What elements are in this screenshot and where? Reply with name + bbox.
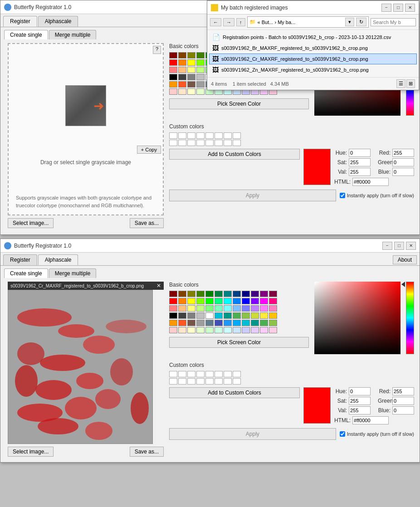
custom-swatch[interactable] (233, 371, 241, 377)
color-swatch[interactable] (169, 298, 177, 304)
color-swatch[interactable] (215, 327, 223, 333)
custom-swatch[interactable] (178, 378, 186, 385)
fb-up-button[interactable]: ↑ (236, 18, 245, 26)
color-swatch[interactable] (224, 312, 232, 319)
color-swatch[interactable] (269, 305, 277, 312)
color-swatch[interactable] (169, 81, 177, 88)
color-swatch[interactable] (178, 312, 186, 319)
color-swatch[interactable] (169, 88, 177, 95)
color-swatch[interactable] (196, 67, 205, 73)
save-as-button[interactable]: Save as... (130, 218, 164, 228)
color-swatch[interactable] (169, 305, 177, 312)
color-swatch[interactable] (260, 305, 268, 312)
bottom-pick-screen-color-button[interactable]: Pick Screen Color (169, 337, 309, 348)
custom-swatch[interactable] (215, 371, 223, 377)
bottom-red-input[interactable] (392, 387, 414, 395)
color-swatch[interactable] (233, 305, 241, 312)
fb-forward-button[interactable]: → (223, 18, 234, 26)
color-swatch[interactable] (169, 291, 177, 297)
color-swatch[interactable] (260, 312, 268, 319)
color-swatch[interactable] (187, 312, 195, 319)
file-list-item[interactable]: 🖼s0039V1962_Cr_MAXRF_registered_to_s0039… (209, 54, 417, 64)
inner-tab-merge-multiple[interactable]: Merge multiple (49, 30, 97, 39)
color-swatch[interactable] (187, 88, 195, 95)
color-swatch[interactable] (269, 312, 277, 319)
image-close-button[interactable]: ✕ (156, 283, 161, 289)
fb-address-bar[interactable]: 📁 « But... › My ba... ▾ ↻ (247, 16, 369, 28)
color-swatch[interactable] (260, 291, 268, 297)
color-swatch[interactable] (196, 291, 205, 297)
custom-swatch[interactable] (178, 132, 186, 139)
custom-swatch[interactable] (233, 140, 241, 146)
custom-swatch[interactable] (187, 378, 195, 385)
color-swatch[interactable] (169, 59, 177, 66)
color-swatch[interactable] (187, 59, 195, 66)
fb-view-details-button[interactable]: ⊞ (406, 79, 415, 88)
color-swatch[interactable] (224, 320, 232, 326)
color-swatch[interactable] (251, 298, 259, 304)
color-swatch[interactable] (196, 88, 205, 95)
bottom-blue-input[interactable] (392, 406, 414, 414)
custom-swatch[interactable] (205, 378, 214, 385)
custom-swatch[interactable] (224, 132, 232, 139)
green-input[interactable] (392, 158, 414, 166)
color-swatch[interactable] (242, 291, 250, 297)
color-swatch[interactable] (187, 305, 195, 312)
color-swatch[interactable] (260, 298, 268, 304)
color-swatch[interactable] (215, 320, 223, 326)
bottom-inner-tab-merge-multiple[interactable]: Merge multiple (49, 268, 97, 278)
color-swatch[interactable] (242, 312, 250, 319)
color-swatch[interactable] (196, 74, 205, 80)
color-swatch[interactable] (269, 320, 277, 326)
blue-input[interactable] (392, 168, 414, 176)
custom-swatch[interactable] (224, 140, 232, 146)
color-swatch[interactable] (233, 312, 241, 319)
color-swatch[interactable] (169, 327, 177, 333)
color-swatch[interactable] (242, 305, 250, 312)
bottom-sat-input[interactable] (349, 397, 371, 405)
fb-back-button[interactable]: ← (210, 18, 221, 26)
color-swatch[interactable] (187, 291, 195, 297)
bottom-hue-input[interactable] (349, 387, 371, 395)
custom-swatch[interactable] (196, 378, 205, 385)
bottom-green-input[interactable] (392, 397, 414, 405)
bottom-maximize-button[interactable]: □ (394, 242, 404, 250)
custom-swatch[interactable] (187, 132, 195, 139)
fb-close-button[interactable]: ✕ (405, 4, 415, 12)
custom-swatch[interactable] (169, 132, 177, 139)
color-swatch[interactable] (187, 74, 195, 80)
file-list-item[interactable]: 🖼s0039V1962_Zn_MAXRF_registered_to_s0039… (209, 64, 417, 75)
color-swatch[interactable] (196, 305, 205, 312)
color-swatch[interactable] (251, 320, 259, 326)
custom-swatch[interactable] (187, 371, 195, 377)
fb-maximize-button[interactable]: □ (393, 4, 403, 12)
custom-swatch[interactable] (215, 378, 223, 385)
color-swatch[interactable] (196, 59, 205, 66)
color-swatch[interactable] (251, 312, 259, 319)
color-swatch[interactable] (269, 327, 277, 333)
bottom-close-button[interactable]: ✕ (406, 242, 416, 250)
custom-swatch[interactable] (224, 378, 232, 385)
val-input[interactable] (349, 168, 371, 176)
color-swatch[interactable] (215, 291, 223, 297)
color-swatch[interactable] (224, 298, 232, 304)
color-swatch[interactable] (178, 81, 186, 88)
color-swatch[interactable] (215, 305, 223, 312)
bottom-gradient-bar[interactable] (406, 282, 414, 354)
custom-swatch[interactable] (196, 371, 205, 377)
color-swatch[interactable] (169, 67, 177, 73)
color-swatch[interactable] (196, 298, 205, 304)
color-swatch[interactable] (242, 327, 250, 333)
color-swatch[interactable] (205, 320, 214, 326)
fb-search-input[interactable] (371, 18, 416, 26)
color-swatch[interactable] (187, 81, 195, 88)
fb-minimize-button[interactable]: − (381, 4, 391, 12)
bottom-save-as-button[interactable]: Save as... (130, 447, 164, 457)
instantly-apply-checkbox[interactable] (340, 193, 345, 198)
bottom-add-custom-colors-button[interactable]: Add to Custom Colors (169, 387, 300, 398)
color-swatch[interactable] (187, 298, 195, 304)
custom-swatch[interactable] (169, 140, 177, 146)
color-swatch[interactable] (260, 320, 268, 326)
color-swatch[interactable] (187, 327, 195, 333)
color-swatch[interactable] (187, 67, 195, 73)
